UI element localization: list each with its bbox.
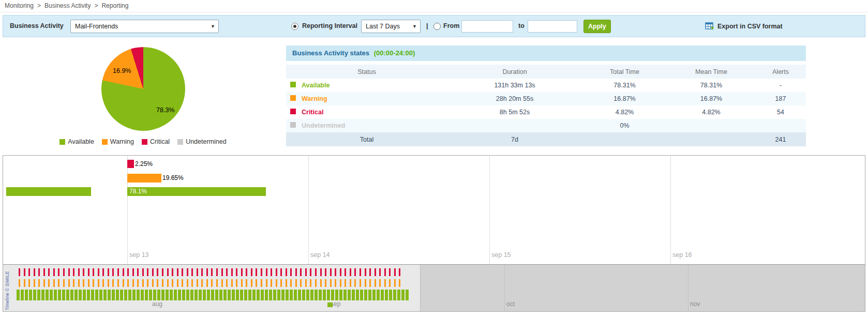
- timeline-tick: [389, 279, 391, 287]
- legend-label: Undetermined: [186, 138, 227, 145]
- timeline-tick: [385, 290, 388, 300]
- timeline-tick: [228, 290, 231, 300]
- timeline-tick: [112, 279, 114, 287]
- timeline-tick: [286, 290, 289, 300]
- timeline-tick: [201, 279, 203, 287]
- business-activity-label: Business Activity: [10, 16, 64, 37]
- timeline-tick: [286, 279, 287, 287]
- timeline-bar[interactable]: [127, 160, 134, 168]
- status-cell: Warning: [286, 92, 447, 105]
- timeline-tick: [132, 268, 134, 276]
- timeline-tick: [186, 290, 189, 300]
- states-title-range: (00:00-24:00): [374, 49, 415, 57]
- legend-swatch: [59, 139, 65, 145]
- custom-range-radio[interactable]: [433, 23, 441, 30]
- timeline-tick: [310, 279, 311, 287]
- legend-item: Warning: [102, 138, 134, 145]
- timeline-tick: [99, 290, 102, 300]
- timeline-bar[interactable]: [127, 187, 266, 196]
- timeline-tick: [360, 290, 363, 300]
- timeline-tick: [132, 279, 134, 287]
- timeline-tick: [379, 268, 381, 276]
- timeline-tick: [128, 290, 131, 300]
- to-label: to: [518, 16, 525, 37]
- timeline-day-label: sep 13: [129, 251, 149, 259]
- timeline-tick: [354, 279, 356, 287]
- csv-icon: [705, 22, 714, 31]
- timeline-tick: [384, 279, 386, 287]
- timeline-tick: [375, 279, 376, 287]
- timeline-tick: [399, 268, 400, 276]
- timeline-tick: [29, 290, 32, 300]
- timeline-tick: [68, 279, 70, 287]
- states-title: Business Activity states: [292, 49, 369, 57]
- apply-button[interactable]: Apply: [583, 20, 611, 33]
- timeline-tick: [372, 290, 376, 300]
- timeline-tick: [290, 279, 292, 287]
- timeline-bar-label: 2.25%: [135, 160, 153, 168]
- timeline-bar[interactable]: [6, 187, 91, 196]
- timeline-tick: [197, 279, 198, 287]
- timeline-tick: [320, 268, 322, 276]
- timeline-tick: [112, 290, 115, 300]
- reporting-interval-radio[interactable]: [291, 23, 298, 30]
- timeline-tick: [93, 268, 94, 276]
- timeline-tick: [295, 279, 297, 287]
- timeline-tick: [265, 290, 268, 300]
- pie-chart: [101, 47, 185, 131]
- breadcrumb-item[interactable]: Monitoring: [5, 2, 34, 9]
- timeline-tick: [117, 268, 119, 276]
- timeline-tick: [364, 290, 367, 300]
- timeline-tick: [34, 268, 35, 276]
- table-cell: 54: [755, 105, 806, 119]
- timeline-day-label: sep 16: [672, 251, 692, 259]
- business-activity-select[interactable]: Mail-Frontends ▼: [70, 20, 219, 33]
- timeline-tick: [389, 290, 392, 300]
- timeline-tick: [280, 268, 282, 276]
- timeline-tick: [266, 279, 267, 287]
- table-header-row: Status Duration Total Time Mean Time Ale…: [286, 65, 806, 79]
- legend-label: Available: [68, 138, 94, 145]
- states-table: Status Duration Total Time Mean Time Ale…: [286, 65, 806, 146]
- timeline-bar[interactable]: [127, 174, 161, 183]
- timeline-tick: [330, 279, 332, 287]
- timeline-tick: [194, 290, 198, 300]
- timeline-tick: [381, 290, 384, 300]
- export-csv-link[interactable]: Export in CSV format: [705, 16, 783, 37]
- interval-select[interactable]: Last 7 Days ▼: [361, 20, 421, 33]
- breadcrumb-item[interactable]: Business Activity: [44, 2, 91, 9]
- timeline-overview-band[interactable]: Timeline © SIMILE augsepoctnov: [3, 264, 865, 311]
- pie-slice-label: 78.3%: [156, 107, 174, 114]
- timeline-month-label: nov: [690, 300, 700, 308]
- from-date-input[interactable]: [461, 20, 513, 33]
- timeline-tick: [236, 268, 237, 276]
- to-date-input[interactable]: [528, 20, 577, 33]
- timeline-tick: [211, 279, 213, 287]
- timeline-tick: [335, 268, 336, 276]
- timeline-tick: [365, 268, 366, 276]
- from-label: From: [443, 16, 459, 37]
- timeline-tick: [28, 279, 30, 287]
- timeline-tick: [241, 279, 243, 287]
- legend-item: Undetermined: [177, 138, 227, 145]
- timeline-tick: [187, 268, 188, 276]
- timeline-tick: [79, 290, 82, 300]
- timeline-tick: [123, 268, 124, 276]
- breadcrumb-item[interactable]: Reporting: [101, 2, 128, 9]
- timeline-tick: [246, 268, 247, 276]
- timeline-tick: [141, 290, 144, 300]
- timeline-tick: [93, 279, 94, 287]
- table-row: Available131h 33m 13s78.31%78.31%-: [286, 79, 806, 92]
- breadcrumb: Monitoring>Business Activity>Reporting: [5, 2, 128, 9]
- timeline-main-band[interactable]: sep 13sep 14sep 15sep 162.25%19.65%78.1%: [3, 156, 865, 264]
- legend-item: Critical: [142, 138, 170, 145]
- status-cell: Critical: [286, 105, 447, 119]
- timeline-tick: [58, 290, 61, 300]
- timeline-credit: Timeline © SIMILE: [5, 271, 10, 310]
- interval-select-value: Last 7 Days: [366, 23, 400, 30]
- timeline-day-gridline: [127, 156, 128, 264]
- timeline-month-label: oct: [506, 300, 515, 308]
- timeline-tick: [74, 290, 78, 300]
- toolbar-separator: |: [426, 16, 428, 37]
- timeline-tick: [108, 290, 111, 300]
